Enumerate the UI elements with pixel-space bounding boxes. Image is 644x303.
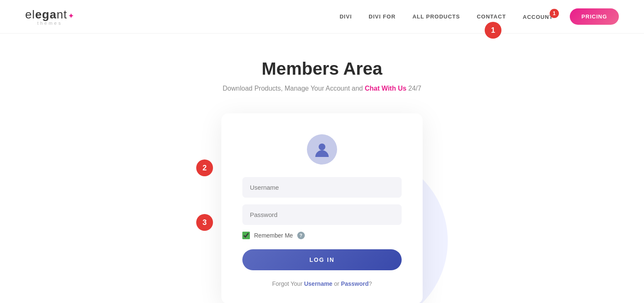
- page-subtitle: Download Products, Manage Your Account a…: [223, 85, 421, 92]
- pricing-button[interactable]: PRICING: [570, 8, 619, 25]
- help-icon[interactable]: ?: [297, 232, 305, 239]
- nav-account-wrapper: ACCOUNT 1: [523, 13, 553, 21]
- page-title: Members Area: [262, 59, 382, 79]
- logo-brand: elegant: [25, 8, 67, 21]
- main-content: Members Area Download Products, Manage Y…: [0, 34, 644, 303]
- nav-contact[interactable]: CONTACT: [477, 13, 506, 20]
- password-group: [242, 204, 402, 225]
- navigation: elegant ✦ themes DIVI DIVI FOR ALL PRODU…: [0, 0, 644, 34]
- remember-label: Remember Me: [254, 232, 293, 239]
- login-card-wrapper: 2 3 Rem: [221, 113, 423, 303]
- nav-all-products[interactable]: ALL PRODUCTS: [413, 13, 460, 20]
- logo-star-icon: ✦: [68, 11, 74, 21]
- forgot-text: Forgot Your Username or Password?: [272, 280, 372, 287]
- login-card: Remember Me ? LOG IN Forgot Your Usernam…: [221, 113, 423, 303]
- logo[interactable]: elegant ✦ themes: [25, 8, 74, 26]
- account-badge: 1: [550, 9, 559, 18]
- nav-divi-for[interactable]: DIVI FOR: [369, 13, 395, 20]
- forgot-username-link[interactable]: Username: [304, 280, 332, 287]
- remember-checkbox[interactable]: [242, 232, 250, 239]
- annotation-2: 2: [196, 159, 213, 176]
- remember-row: Remember Me ?: [242, 232, 402, 239]
- chat-link[interactable]: Chat With Us: [365, 85, 406, 92]
- annotation-3: 3: [196, 214, 213, 231]
- nav-account[interactable]: ACCOUNT: [523, 14, 553, 20]
- username-input[interactable]: [242, 177, 402, 198]
- svg-point-0: [319, 144, 325, 150]
- username-group: [242, 177, 402, 198]
- nav-links: DIVI DIVI FOR ALL PRODUCTS CONTACT ACCOU…: [340, 8, 619, 25]
- logo-subtitle: themes: [37, 21, 62, 26]
- nav-divi[interactable]: DIVI: [340, 13, 352, 20]
- password-input[interactable]: [242, 204, 402, 225]
- forgot-password-link[interactable]: Password: [341, 280, 369, 287]
- login-button[interactable]: LOG IN: [242, 249, 402, 270]
- user-avatar-icon: [307, 134, 337, 165]
